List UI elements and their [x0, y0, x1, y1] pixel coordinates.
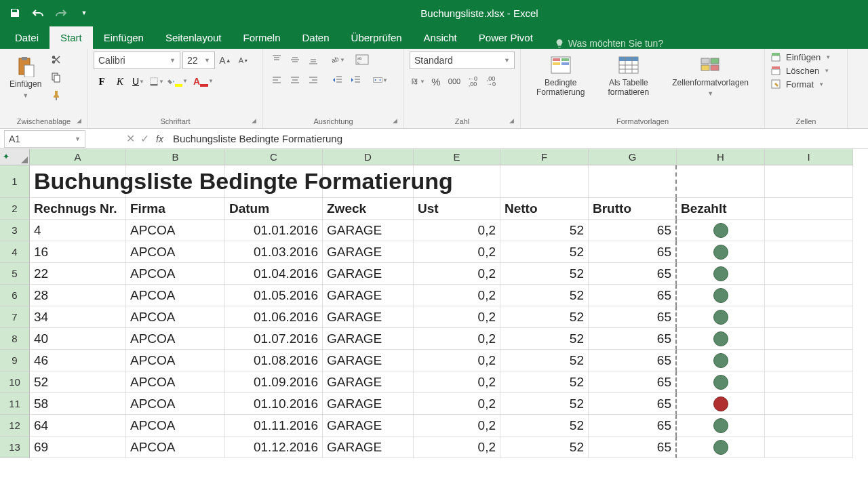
cell-A10[interactable]: 52	[30, 371, 126, 393]
col-header-B[interactable]: B	[126, 149, 225, 165]
cell-G10[interactable]: 65	[589, 371, 677, 393]
percent-button[interactable]: %	[428, 73, 444, 89]
cell-G12[interactable]: 65	[589, 415, 677, 436]
cell-A7[interactable]: 34	[30, 306, 126, 328]
col-header-I[interactable]: I	[765, 149, 853, 165]
cell-D8[interactable]: GARAGE	[323, 328, 414, 350]
cell-B11[interactable]: APCOA	[126, 393, 225, 415]
cell-G8[interactable]: 65	[589, 328, 677, 350]
cell-E3[interactable]: 0,2	[414, 220, 500, 241]
select-all-corner[interactable]: ✦	[0, 149, 30, 165]
cell-A2[interactable]: Rechnugs Nr.	[30, 198, 126, 220]
tab-ansicht[interactable]: Ansicht	[413, 26, 468, 49]
cell-A1[interactable]: Buchungsliste Bedingte Formatierung	[30, 165, 126, 198]
cell-A9[interactable]: 46	[30, 350, 126, 371]
row-header-8[interactable]: 8	[0, 328, 30, 350]
cell-I6[interactable]	[765, 285, 853, 306]
cancel-formula-icon[interactable]: ✕	[126, 132, 135, 145]
cell-C8[interactable]: 01.07.2016	[225, 328, 323, 350]
tab-powerpivot[interactable]: Power Pivot	[468, 26, 544, 49]
cell-D13[interactable]: GARAGE	[323, 436, 414, 458]
cell-G11[interactable]: 65	[589, 393, 677, 415]
cell-A4[interactable]: 16	[30, 241, 126, 263]
cell-F6[interactable]: 52	[500, 285, 589, 306]
cell-I1[interactable]	[765, 165, 853, 198]
cell-F2[interactable]: Netto	[500, 198, 589, 220]
cell-C3[interactable]: 01.01.2016	[225, 220, 323, 241]
cell-styles-button[interactable]: Zellenformatvorlagen ▼	[668, 52, 753, 100]
customize-qa-icon[interactable]: ▼	[77, 6, 91, 20]
align-center-button[interactable]	[287, 72, 303, 88]
cell-D10[interactable]: GARAGE	[323, 371, 414, 393]
tab-seitenlayout[interactable]: Seitenlayout	[155, 26, 233, 49]
cell-I8[interactable]	[765, 328, 853, 350]
decrease-decimal-button[interactable]: ,00→0	[483, 73, 499, 89]
cell-I2[interactable]	[765, 198, 853, 220]
font-size-combo[interactable]: 22▼	[182, 52, 215, 69]
cell-D3[interactable]: GARAGE	[323, 220, 414, 241]
font-color-button[interactable]: A▼	[193, 73, 209, 89]
row-header-2[interactable]: 2	[0, 198, 30, 220]
cell-A11[interactable]: 58	[30, 393, 126, 415]
cell-E7[interactable]: 0,2	[414, 306, 500, 328]
cell-D4[interactable]: GARAGE	[323, 241, 414, 263]
cell-E2[interactable]: Ust	[414, 198, 500, 220]
format-as-table-button[interactable]: Als Tabelle formatieren	[604, 52, 653, 100]
cell-D12[interactable]: GARAGE	[323, 415, 414, 436]
format-painter-button[interactable]	[48, 87, 64, 103]
cell-F3[interactable]: 52	[500, 220, 589, 241]
format-cells-button[interactable]: Format▼	[770, 79, 842, 89]
cell-B13[interactable]: APCOA	[126, 436, 225, 458]
cell-F9[interactable]: 52	[500, 350, 589, 371]
align-left-button[interactable]	[269, 72, 285, 88]
cell-F4[interactable]: 52	[500, 241, 589, 263]
borders-button[interactable]: ▼	[149, 73, 165, 89]
row-header-13[interactable]: 13	[0, 436, 30, 458]
cell-F10[interactable]: 52	[500, 371, 589, 393]
cell-B6[interactable]: APCOA	[126, 285, 225, 306]
row-header-3[interactable]: 3	[0, 220, 30, 241]
cell-I10[interactable]	[765, 371, 853, 393]
decrease-indent-button[interactable]	[330, 72, 346, 88]
cell-B8[interactable]: APCOA	[126, 328, 225, 350]
col-header-F[interactable]: F	[500, 149, 589, 165]
merge-center-button[interactable]: ▼	[372, 72, 389, 88]
col-header-A[interactable]: A	[30, 149, 126, 165]
cell-H5[interactable]	[677, 263, 765, 285]
cell-B9[interactable]: APCOA	[126, 350, 225, 371]
fill-color-button[interactable]: ▼	[167, 73, 183, 89]
cell-D11[interactable]: GARAGE	[323, 393, 414, 415]
cell-F1[interactable]	[500, 165, 589, 198]
tab-ueberpruefen[interactable]: Überprüfen	[340, 26, 413, 49]
cell-G6[interactable]: 65	[589, 285, 677, 306]
cell-I3[interactable]	[765, 220, 853, 241]
font-dialog-launcher[interactable]: ◢	[252, 117, 260, 125]
cell-B12[interactable]: APCOA	[126, 415, 225, 436]
increase-decimal-button[interactable]: ←0,00	[465, 73, 481, 89]
number-format-combo[interactable]: Standard▼	[410, 52, 515, 69]
delete-cells-button[interactable]: Löschen▼	[770, 65, 842, 76]
cell-F11[interactable]: 52	[500, 393, 589, 415]
cell-H1[interactable]	[677, 165, 765, 198]
cell-C12[interactable]: 01.11.2016	[225, 415, 323, 436]
cell-E8[interactable]: 0,2	[414, 328, 500, 350]
cell-I13[interactable]	[765, 436, 853, 458]
comma-button[interactable]: 000	[446, 73, 462, 89]
cell-H2[interactable]: Bezahlt	[677, 198, 765, 220]
conditional-formatting-button[interactable]: Bedingte Formatierung	[532, 52, 589, 100]
cell-F5[interactable]: 52	[500, 263, 589, 285]
cell-I12[interactable]	[765, 415, 853, 436]
increase-indent-button[interactable]	[348, 72, 364, 88]
cell-C10[interactable]: 01.09.2016	[225, 371, 323, 393]
align-right-button[interactable]	[305, 72, 321, 88]
row-header-5[interactable]: 5	[0, 263, 30, 285]
cell-C11[interactable]: 01.10.2016	[225, 393, 323, 415]
cell-B2[interactable]: Firma	[126, 198, 225, 220]
row-header-12[interactable]: 12	[0, 415, 30, 436]
cell-G3[interactable]: 65	[589, 220, 677, 241]
cell-G4[interactable]: 65	[589, 241, 677, 263]
row-header-4[interactable]: 4	[0, 241, 30, 263]
row-header-11[interactable]: 11	[0, 393, 30, 415]
cell-D5[interactable]: GARAGE	[323, 263, 414, 285]
paste-button[interactable]: Einfügen ▼	[5, 52, 45, 103]
